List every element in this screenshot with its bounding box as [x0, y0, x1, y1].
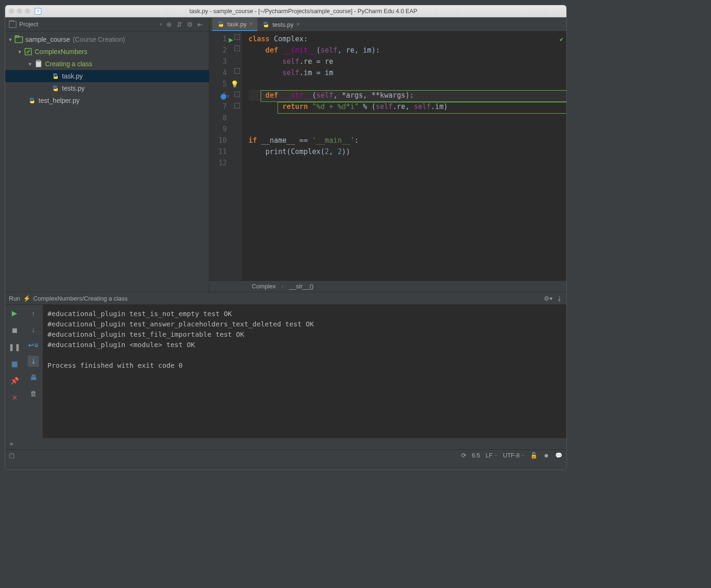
sync-icon[interactable]: ⟳ [461, 452, 466, 459]
tree-root[interactable]: ▼ sample_course (Course Creation) [5, 33, 209, 46]
intention-bulb-icon[interactable]: 💡 [231, 78, 239, 90]
line-number: 9 [209, 124, 227, 135]
breadcrumb-item[interactable]: __str__() [289, 283, 314, 290]
run-tool-window: ▶ ◼ ❚❚ ▦ 📌 ✕ ↑ ↓ ↩≡ ⤓ 🖶 🗑 #educational_p… [5, 305, 566, 438]
fold-end-icon[interactable] [234, 68, 240, 74]
download-icon[interactable]: ⭳ [556, 295, 563, 302]
zoom-window-icon[interactable] [25, 8, 30, 14]
code-token: , *args, **kwargs): [333, 91, 414, 100]
lock-icon[interactable]: 🔓 [530, 452, 538, 459]
trash-icon[interactable]: 🗑 [28, 387, 39, 399]
notifications-icon[interactable]: 💬 [555, 452, 563, 459]
run-tool-header[interactable]: Run ⚡ ComplexNumbers/Creating a class ⚙▾… [5, 292, 566, 305]
fold-icon[interactable]: - [234, 46, 240, 51]
settings-icon[interactable]: ⚙▾ [544, 295, 553, 302]
tree-file-task[interactable]: task.py [5, 70, 209, 82]
code-token: if [248, 136, 261, 145]
encoding[interactable]: UTF-8 ÷ [503, 452, 525, 459]
file-name: task.py [62, 72, 83, 80]
print-icon[interactable]: 🖶 [28, 371, 39, 383]
code-token [248, 147, 265, 156]
python-file-icon [28, 96, 36, 105]
task-name: Creating a class [45, 60, 92, 68]
code-token: __str__ [282, 91, 312, 100]
expand-icon[interactable]: ▼ [17, 49, 24, 54]
code-token: self [282, 57, 299, 66]
console-line: #educational_plugin test_is_not_empty te… [47, 310, 232, 317]
close-window-icon[interactable] [9, 8, 14, 14]
tab-task[interactable]: task.py × [212, 18, 257, 31]
tree-file-tests[interactable]: tests.py [5, 82, 209, 94]
rerun-icon[interactable]: ▶ [9, 308, 20, 319]
settings-icon[interactable]: ⚙ [185, 19, 195, 30]
console-line: Process finished with exit code 0 [47, 362, 183, 369]
minimize-window-icon[interactable] [17, 8, 22, 14]
code-token: .re, [393, 102, 414, 111]
lesson-icon [24, 47, 32, 56]
run-gutter-icon[interactable]: ▶ [229, 34, 233, 46]
hide-icon[interactable]: ⇤ [195, 19, 205, 30]
console-output[interactable]: #educational_plugin test_is_not_empty te… [43, 305, 566, 438]
code-token: print [265, 147, 286, 156]
code-token: __init__ [282, 46, 316, 54]
code-token: ( [317, 46, 321, 54]
tree-file-helper[interactable]: test_helper.py [5, 94, 209, 107]
dump-icon[interactable]: ▦ [9, 358, 20, 370]
root-name: sample_course [25, 36, 70, 43]
down-icon[interactable]: ↓ [28, 324, 39, 335]
pause-icon[interactable]: ❚❚ [9, 341, 20, 353]
code-token: )) [342, 147, 350, 156]
override-icon[interactable]: ⬤↑ [220, 91, 230, 102]
code-token: def [248, 46, 282, 54]
soft-wrap-icon[interactable]: ↩≡ [28, 340, 39, 351]
fold-icon[interactable]: - [234, 34, 240, 40]
close-tab-icon[interactable]: × [296, 21, 300, 28]
tab-tests[interactable]: tests.py × [257, 18, 304, 31]
code-token: : [355, 136, 359, 145]
python-file-icon [262, 21, 270, 28]
tool-windows-icon[interactable]: ▢ [9, 452, 15, 459]
locate-icon[interactable]: ⊕ [164, 19, 174, 30]
stop-icon[interactable]: ◼ [9, 325, 20, 336]
task-icon [34, 60, 43, 68]
line-number: 2 [209, 45, 227, 56]
console-line: #educational_plugin <module> test OK [47, 341, 195, 348]
code-token: class [248, 35, 270, 43]
chevron-right-icon: › [281, 283, 283, 290]
console-line: #educational_plugin test_file_importable… [47, 331, 244, 338]
tree-lesson[interactable]: ▼ ComplexNumbers [5, 46, 209, 58]
expand-icon[interactable]: ▼ [8, 37, 15, 42]
svg-rect-4 [37, 60, 40, 62]
line-ending[interactable]: LF ÷ [486, 452, 497, 459]
editor[interactable]: ✔ 1 2 3 4 5 6 7 8 9 10 11 12 ▶ - - 💡 [209, 31, 566, 280]
collapse-icon[interactable]: ⇵ [174, 19, 185, 30]
inspector-icon[interactable]: ☻ [543, 452, 549, 459]
project-header[interactable]: Project ▾ ⊕ ⇵ ⚙ ⇤ [5, 17, 209, 31]
run-actions-right: ↑ ↓ ↩≡ ⤓ 🖶 🗑 [24, 305, 43, 438]
chevron-down-icon[interactable]: ▾ [160, 22, 162, 27]
code-token: '__main__' [312, 136, 354, 145]
code-token: return [248, 102, 312, 111]
breadcrumb-item[interactable]: Complex [252, 283, 276, 290]
close-tab-icon[interactable]: × [249, 21, 253, 27]
editor-area: task.py × tests.py × ✔ 1 2 3 4 5 6 7 8 9… [209, 17, 566, 292]
line-number: 11 [209, 146, 227, 157]
root-hint: (Course Creation) [73, 36, 125, 43]
code-token [248, 57, 282, 66]
pin-icon[interactable]: 📌 [9, 375, 20, 387]
caret-position[interactable]: 6:5 [472, 452, 480, 459]
code-token: , [329, 147, 338, 156]
scroll-end-icon[interactable]: ⤓ [28, 356, 39, 367]
more-tools[interactable]: » [5, 438, 566, 449]
project-tree: ▼ sample_course (Course Creation) ▼ Comp… [5, 31, 209, 108]
expand-icon[interactable]: ▼ [28, 62, 34, 67]
tree-task[interactable]: ▼ Creating a class [5, 58, 209, 70]
code-token: , re, im): [338, 46, 380, 54]
python-file-icon [51, 84, 60, 93]
code-area[interactable]: class Complex: def __init__(self, re, im… [242, 31, 566, 280]
up-icon[interactable]: ↑ [28, 308, 39, 319]
fold-end-icon[interactable] [234, 103, 240, 108]
fold-icon[interactable]: - [234, 92, 240, 97]
line-number: 5 [209, 78, 227, 90]
close-icon[interactable]: ✕ [9, 392, 20, 403]
